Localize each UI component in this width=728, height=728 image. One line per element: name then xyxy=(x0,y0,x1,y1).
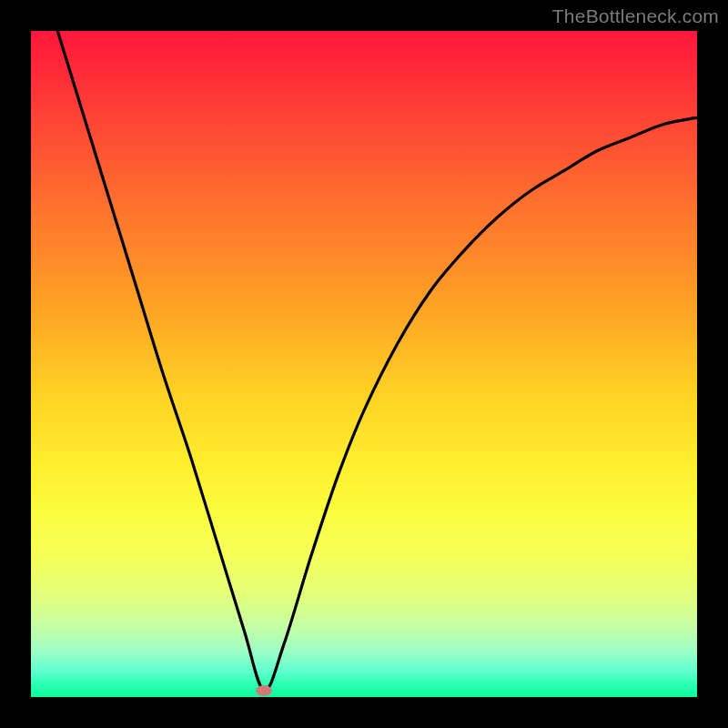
plot-area xyxy=(31,31,697,697)
bottleneck-curve xyxy=(31,31,697,697)
watermark-text: TheBottleneck.com xyxy=(552,5,719,27)
chart-frame: TheBottleneck.com xyxy=(0,0,728,728)
optimal-marker xyxy=(256,685,272,696)
